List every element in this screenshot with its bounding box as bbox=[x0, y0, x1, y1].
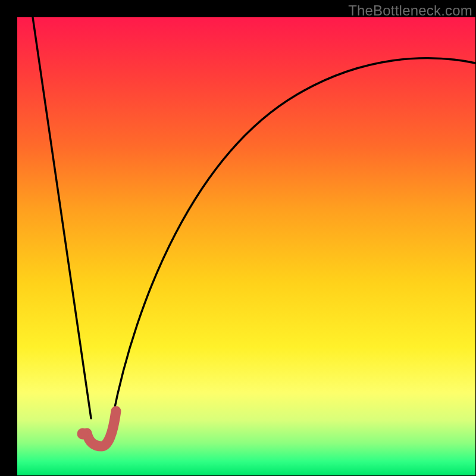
chart-frame: TheBottleneck.com bbox=[0, 0, 476, 476]
marker-dot bbox=[77, 428, 89, 440]
left-branch-curve bbox=[33, 17, 91, 418]
watermark-text: TheBottleneck.com bbox=[348, 2, 472, 19]
right-branch-curve bbox=[112, 58, 475, 418]
plot-area bbox=[17, 17, 475, 475]
curve-layer bbox=[17, 17, 475, 475]
